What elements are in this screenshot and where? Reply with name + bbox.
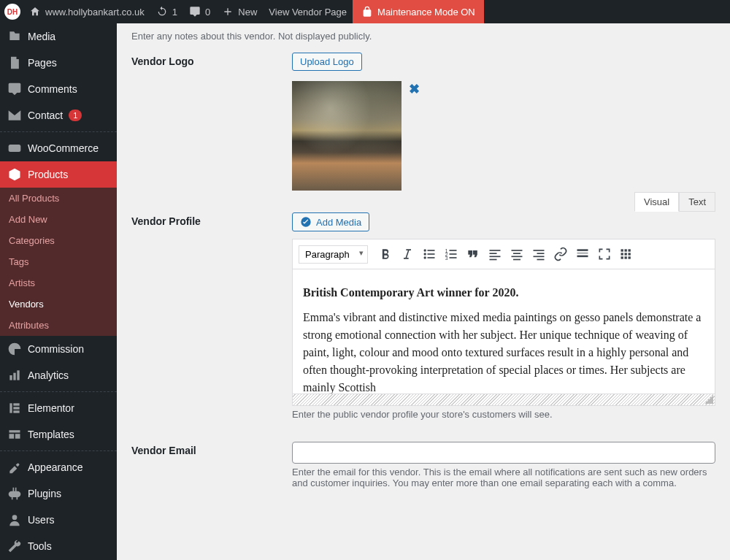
- svg-point-0: [12, 37, 14, 39]
- svg-rect-24: [490, 256, 501, 258]
- svg-rect-8: [13, 410, 19, 413]
- upload-logo-button[interactable]: Upload Logo: [292, 53, 362, 71]
- vendor-email-row: Vendor Email Enter the email for this ve…: [131, 431, 715, 499]
- profile-body-text: Emma's vibrant and distinctive mixed med…: [303, 309, 704, 394]
- rich-text-editor: Paragraph 123: [292, 239, 715, 406]
- svg-text:3: 3: [445, 256, 448, 261]
- submenu-tags[interactable]: Tags: [0, 251, 117, 272]
- readmore-icon: [575, 247, 590, 261]
- updates-count: 1: [172, 7, 177, 18]
- toolbar-toggle-button[interactable]: [616, 244, 637, 264]
- svg-rect-34: [577, 249, 588, 251]
- sidebar-item-label: Plugins: [28, 488, 61, 499]
- sidebar-item-label: Commission: [28, 343, 84, 355]
- sidebar-item-analytics[interactable]: Analytics: [0, 362, 117, 388]
- media-icon: [7, 29, 22, 44]
- add-media-label: Add Media: [316, 217, 361, 228]
- numbered-list-icon: 123: [444, 247, 458, 261]
- sidebar-item-elementor[interactable]: Elementor: [0, 395, 117, 421]
- refresh-icon: [156, 6, 168, 18]
- svg-rect-5: [9, 403, 12, 413]
- editor-resize-handle[interactable]: [293, 394, 715, 405]
- sidebar-item-pages[interactable]: Pages: [0, 50, 117, 76]
- svg-rect-37: [621, 249, 623, 251]
- editor-content[interactable]: British Contemporary Art winner for 2020…: [293, 269, 715, 394]
- sidebar-item-label: Templates: [28, 429, 74, 440]
- remove-logo-button[interactable]: ✖: [409, 81, 420, 97]
- sidebar-item-users[interactable]: Users: [0, 507, 117, 533]
- vendor-email-label: Vendor Email: [131, 442, 292, 488]
- format-select[interactable]: Paragraph: [299, 245, 368, 264]
- products-icon: [7, 167, 22, 182]
- italic-button[interactable]: [397, 244, 418, 264]
- profile-description: Enter the public vendor profile your sto…: [292, 409, 715, 420]
- blockquote-button[interactable]: [463, 244, 483, 264]
- svg-rect-35: [577, 253, 588, 253]
- sidebar-item-appearance[interactable]: Appearance: [0, 454, 117, 480]
- svg-rect-4: [17, 370, 19, 380]
- lock-icon: [361, 6, 373, 18]
- svg-rect-21: [450, 257, 457, 258]
- mail-icon: [7, 108, 22, 123]
- sidebar-item-contact[interactable]: Contact 1: [0, 102, 117, 129]
- align-center-button[interactable]: [507, 244, 527, 264]
- bold-button[interactable]: [375, 244, 396, 264]
- updates-link[interactable]: 1: [150, 0, 183, 23]
- vendor-logo-label: Vendor Logo: [131, 53, 292, 191]
- add-media-button[interactable]: Add Media: [292, 212, 369, 231]
- sidebar-item-commission[interactable]: Commission: [0, 336, 117, 362]
- link-button[interactable]: [550, 244, 571, 264]
- plugins-icon: [7, 486, 22, 501]
- commission-icon: [7, 342, 22, 356]
- bullet-list-icon: [422, 247, 437, 261]
- submenu-all-products[interactable]: All Products: [0, 188, 117, 209]
- submenu-attributes[interactable]: Attributes: [0, 315, 117, 336]
- quote-icon: [466, 247, 480, 261]
- sidebar-item-label: WooCommerce: [28, 142, 99, 154]
- fullscreen-button[interactable]: [594, 244, 615, 264]
- italic-icon: [400, 247, 415, 261]
- sidebar-item-label: Tools: [28, 540, 52, 552]
- svg-rect-15: [428, 257, 435, 258]
- analytics-icon: [7, 368, 22, 383]
- maintenance-mode-button[interactable]: Maintenance Mode ON: [353, 0, 484, 23]
- sidebar-item-comments[interactable]: Comments: [0, 76, 117, 102]
- svg-rect-42: [629, 253, 631, 255]
- submenu-add-new[interactable]: Add New: [0, 209, 117, 230]
- svg-rect-1: [9, 145, 21, 152]
- submenu-artists[interactable]: Artists: [0, 272, 117, 294]
- svg-point-11: [424, 253, 426, 255]
- submenu-vendors[interactable]: Vendors: [0, 294, 117, 315]
- new-content-link[interactable]: New: [216, 0, 263, 23]
- admin-bar: DH www.hollybankart.co.uk 1 0 New View V…: [0, 0, 730, 23]
- align-right-button[interactable]: [529, 244, 549, 264]
- svg-rect-44: [625, 256, 627, 258]
- svg-point-12: [424, 256, 426, 258]
- tab-visual[interactable]: Visual: [634, 192, 679, 212]
- sidebar-item-label: Products: [28, 169, 68, 180]
- bullet-list-button[interactable]: [419, 244, 439, 264]
- sidebar-item-label: Appearance: [28, 461, 83, 473]
- site-home-link[interactable]: www.hollybankart.co.uk: [23, 0, 150, 23]
- read-more-button[interactable]: [572, 244, 593, 264]
- tab-text[interactable]: Text: [679, 192, 715, 212]
- sidebar-item-media[interactable]: Media: [0, 23, 117, 50]
- svg-rect-6: [13, 403, 19, 405]
- sidebar-item-woocommerce[interactable]: WooCommerce: [0, 135, 117, 161]
- numbered-list-button[interactable]: 123: [441, 244, 461, 264]
- svg-rect-29: [513, 259, 520, 261]
- sidebar-item-plugins[interactable]: Plugins: [0, 480, 117, 507]
- comments-link[interactable]: 0: [183, 0, 216, 23]
- sidebar-item-label: Comments: [28, 83, 77, 95]
- svg-rect-7: [13, 407, 19, 409]
- sidebar-item-templates[interactable]: Templates: [0, 421, 117, 448]
- submenu-categories[interactable]: Categories: [0, 230, 117, 251]
- elementor-icon: [7, 401, 22, 415]
- sidebar-item-tools[interactable]: Tools: [0, 533, 117, 559]
- vendor-email-input[interactable]: [292, 442, 715, 464]
- woo-icon: [7, 141, 22, 156]
- view-vendor-link[interactable]: View Vendor Page: [263, 0, 353, 23]
- sidebar-item-products[interactable]: Products: [0, 161, 117, 188]
- align-left-button[interactable]: [485, 244, 505, 264]
- svg-rect-20: [450, 253, 457, 255]
